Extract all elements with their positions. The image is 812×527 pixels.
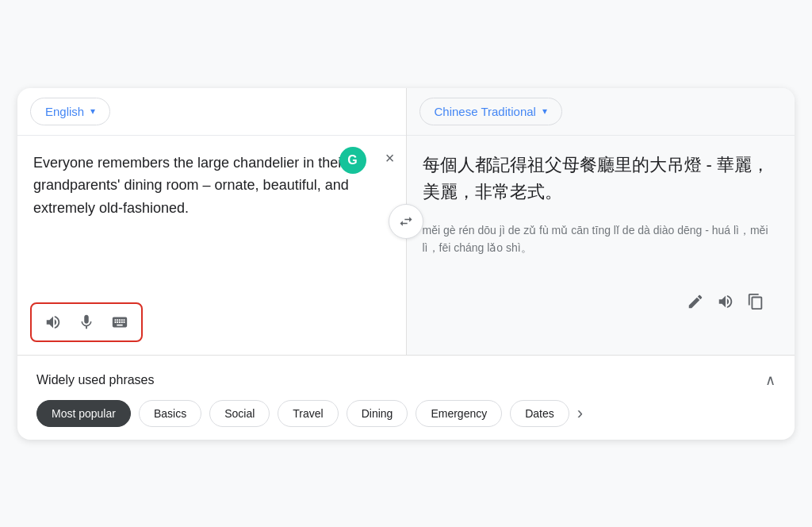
target-listen-button[interactable] bbox=[712, 288, 739, 315]
source-panel: English ▾ G × Everyone remembers the lar… bbox=[17, 88, 407, 355]
translator-container: English ▾ G × Everyone remembers the lar… bbox=[17, 88, 795, 440]
phrase-chip-dates[interactable]: Dates bbox=[510, 400, 569, 427]
phrases-title: Widely used phrases bbox=[36, 373, 155, 387]
swap-icon bbox=[398, 213, 414, 229]
phrase-chip-most-popular[interactable]: Most popular bbox=[36, 400, 131, 427]
target-lang-label: Chinese Traditional bbox=[435, 105, 536, 118]
copy-button[interactable] bbox=[742, 288, 769, 315]
target-lang-button[interactable]: Chinese Traditional ▾ bbox=[419, 98, 562, 125]
listen-icon bbox=[44, 314, 62, 331]
clear-button[interactable]: × bbox=[385, 150, 395, 166]
translated-text: 每個人都記得祖父母餐廳里的大吊燈 - 華麗，美麗，非常老式。 bbox=[407, 136, 795, 215]
phrases-collapse-button[interactable]: ∧ bbox=[765, 371, 776, 389]
phrases-chips: Most popularBasicsSocialTravelDiningEmer… bbox=[36, 400, 776, 427]
translator-panels: English ▾ G × Everyone remembers the lar… bbox=[17, 88, 795, 355]
target-lang-bar: Chinese Traditional ▾ bbox=[407, 88, 795, 136]
source-text: Everyone remembers the large chandelier … bbox=[33, 152, 390, 220]
edit-icon bbox=[687, 293, 704, 310]
keyboard-icon bbox=[111, 314, 128, 331]
phrase-chip-social[interactable]: Social bbox=[209, 400, 270, 427]
phrase-chip-basics[interactable]: Basics bbox=[139, 400, 201, 427]
edit-button[interactable] bbox=[682, 288, 709, 315]
target-actions-group bbox=[669, 280, 782, 328]
source-lang-button[interactable]: English ▾ bbox=[30, 98, 110, 125]
source-lang-label: English bbox=[45, 105, 84, 118]
grammarly-icon[interactable]: G bbox=[339, 147, 366, 174]
keyboard-button[interactable] bbox=[106, 309, 133, 336]
phrase-chip-emergency[interactable]: Emergency bbox=[416, 400, 502, 427]
source-lang-chevron-icon: ▾ bbox=[90, 106, 95, 117]
phrases-section: Widely used phrases ∧ Most popularBasics… bbox=[17, 355, 795, 440]
target-listen-icon bbox=[717, 293, 734, 310]
phrase-chip-travel[interactable]: Travel bbox=[278, 400, 338, 427]
source-actions-group bbox=[30, 302, 143, 342]
romanization-text: měi gè rén dōu jì de zǔ fù mǔ cān tīng l… bbox=[407, 215, 795, 273]
copy-icon bbox=[747, 293, 764, 310]
microphone-button[interactable] bbox=[73, 309, 100, 336]
phrases-more-button[interactable]: › bbox=[577, 403, 583, 424]
target-panel: Chinese Traditional ▾ 每個人都記得祖父母餐廳里的大吊燈 -… bbox=[407, 88, 795, 355]
microphone-icon bbox=[78, 314, 95, 331]
source-action-bar bbox=[17, 294, 406, 355]
swap-button[interactable] bbox=[389, 204, 423, 239]
listen-button[interactable] bbox=[40, 309, 67, 336]
target-action-bar bbox=[407, 272, 795, 340]
target-lang-chevron-icon: ▾ bbox=[542, 106, 547, 117]
source-lang-bar: English ▾ bbox=[17, 88, 406, 136]
phrases-header: Widely used phrases ∧ bbox=[36, 371, 776, 389]
source-text-area[interactable]: G × Everyone remembers the large chandel… bbox=[17, 136, 406, 294]
swap-container bbox=[389, 204, 423, 239]
phrase-chip-dining[interactable]: Dining bbox=[347, 400, 408, 427]
